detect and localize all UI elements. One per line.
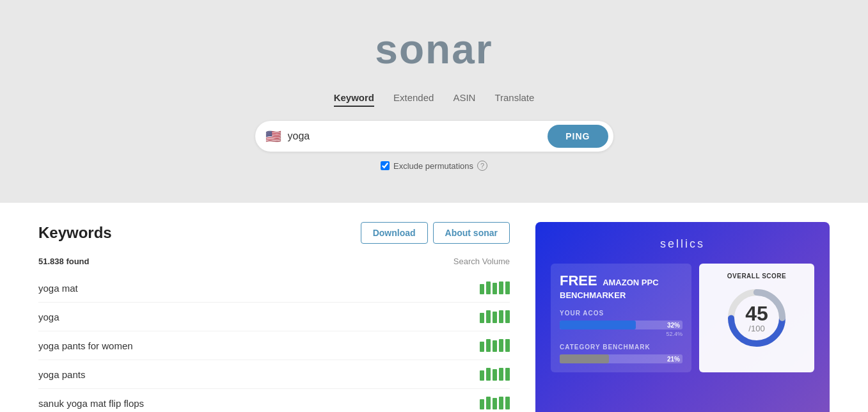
tab-extended[interactable]: Extended	[393, 92, 434, 107]
bar-group	[480, 368, 510, 381]
ad-free-label: FREE AMAZON PPC BENCHMARKER	[560, 273, 683, 301]
search-bar: 🇺🇸 PING	[255, 121, 613, 152]
help-icon[interactable]: ?	[477, 161, 487, 171]
exclude-row: Exclude permutations ?	[13, 161, 855, 171]
bar	[486, 397, 491, 409]
bar	[499, 281, 503, 294]
bar	[486, 339, 491, 352]
ad-category-value: 21%	[667, 354, 680, 363]
found-count: 51.838 found	[38, 257, 89, 266]
header-buttons: Download About sonar	[361, 222, 510, 244]
keyword-text: yoga pants for women	[38, 340, 480, 351]
found-suffix: found	[66, 257, 89, 266]
bar	[486, 281, 491, 294]
list-item: yoga pants	[38, 360, 510, 389]
exclude-label: Exclude permutations	[393, 161, 473, 171]
download-button[interactable]: Download	[361, 222, 428, 244]
bar	[505, 339, 510, 352]
volume-label: Search Volume	[454, 257, 510, 266]
ad-your-acos-label: YOUR ACOS	[560, 310, 683, 317]
bar	[505, 310, 510, 323]
ad-benchmark-value: 52.4%	[560, 331, 683, 337]
bar	[493, 312, 497, 323]
tab-keyword[interactable]: Keyword	[334, 92, 374, 107]
ad-cards: FREE AMAZON PPC BENCHMARKER YOUR ACOS 32…	[551, 264, 814, 372]
keyword-text: yoga mat	[38, 283, 480, 294]
ad-category-bar: 21%	[560, 354, 683, 363]
app-title: sonar	[13, 26, 855, 73]
ad-category-fill	[560, 354, 609, 363]
bar	[499, 368, 503, 381]
bar	[499, 310, 503, 323]
ad-card-left: FREE AMAZON PPC BENCHMARKER YOUR ACOS 32…	[551, 264, 691, 372]
bar-group	[480, 310, 510, 323]
ad-acos-fill	[560, 321, 636, 329]
bar	[480, 399, 484, 409]
search-input[interactable]	[288, 131, 548, 142]
list-item: yoga	[38, 303, 510, 331]
bar	[480, 313, 484, 323]
about-sonar-button[interactable]: About sonar	[433, 222, 510, 244]
list-item: sanuk yoga mat flip flops	[38, 389, 510, 412]
main-content: Keywords Download About sonar 51.838 fou…	[0, 203, 868, 412]
ad-score-circle: 45 /100	[725, 286, 789, 350]
tab-asin[interactable]: ASIN	[453, 92, 475, 107]
ad-score-number: 45	[745, 303, 768, 324]
ad-score-text: 45 /100	[745, 303, 768, 333]
nav-tabs: Keyword Extended ASIN Translate	[13, 92, 855, 107]
list-item: yoga pants for women	[38, 331, 510, 360]
bar	[486, 310, 491, 323]
list-item: yoga mat	[38, 274, 510, 303]
keyword-text: sanuk yoga mat flip flops	[38, 398, 480, 409]
ad-overall-title: OVERALL SCORE	[727, 273, 786, 280]
bar	[499, 397, 503, 409]
keywords-title: Keywords	[38, 224, 112, 242]
bar	[480, 284, 484, 294]
ad-acos-bar: 32%	[560, 321, 683, 329]
keywords-header: Keywords Download About sonar	[38, 222, 510, 244]
bar-group	[480, 339, 510, 352]
stats-row: 51.838 found Search Volume	[38, 257, 510, 266]
found-number: 51.838	[38, 257, 64, 266]
ad-category-label: CATEGORY BENCHMARK	[560, 344, 683, 351]
bar	[486, 368, 491, 381]
keyword-list: yoga mat yoga	[38, 274, 510, 412]
bar	[493, 398, 497, 409]
flag-icon: 🇺🇸	[265, 129, 281, 144]
ad-acos-value: 32%	[667, 321, 680, 329]
bar	[493, 340, 497, 352]
ad-inner: sellics FREE AMAZON PPC BENCHMARKER YOUR…	[535, 222, 830, 412]
bar	[480, 370, 484, 381]
keyword-text: yoga pants	[38, 369, 480, 380]
hero-section: sonar Keyword Extended ASIN Translate 🇺🇸…	[0, 0, 868, 203]
ad-score-denom: /100	[745, 324, 768, 333]
ad-brand: sellics	[551, 237, 814, 251]
exclude-checkbox[interactable]	[381, 161, 390, 170]
bar	[505, 368, 510, 381]
ad-card-right: OVERALL SCORE 45 /100	[699, 264, 814, 372]
bar	[505, 397, 510, 409]
ad-free: FREE	[560, 273, 597, 289]
keywords-section: Keywords Download About sonar 51.838 fou…	[38, 222, 510, 412]
tab-translate[interactable]: Translate	[494, 92, 534, 107]
bar	[493, 369, 497, 381]
bar-group	[480, 397, 510, 409]
keyword-text: yoga	[38, 312, 480, 322]
bar	[480, 342, 484, 352]
bar-group	[480, 281, 510, 294]
bar	[505, 281, 510, 294]
bar	[493, 283, 497, 294]
ad-panel[interactable]: sellics FREE AMAZON PPC BENCHMARKER YOUR…	[535, 222, 830, 412]
bar	[499, 339, 503, 352]
ping-button[interactable]: PING	[548, 125, 608, 148]
